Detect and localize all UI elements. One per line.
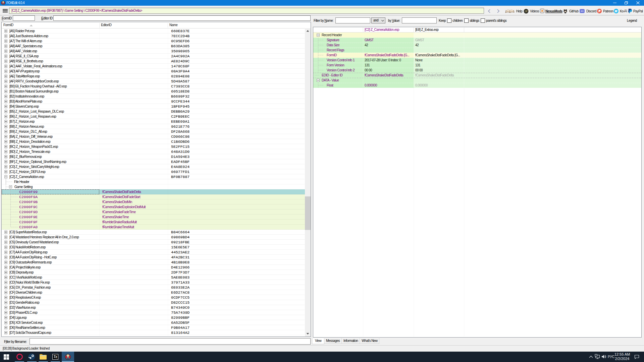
- svg-text:GP: GP: [525, 10, 527, 12]
